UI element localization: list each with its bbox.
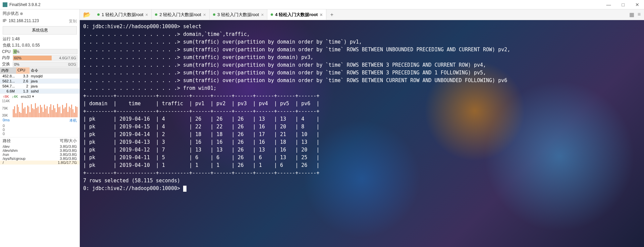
col-path[interactable]: 路径 [3,138,60,144]
maximize-button[interactable]: □ [620,1,627,8]
network-row: ↑8K ↓4K ens33▼ [0,94,79,99]
ip-row: IP 192.168.211.123 复制 [0,18,79,25]
cpu-pct: 6% [14,50,19,54]
process-row[interactable]: 452.8...3.3mysqld [0,74,79,79]
zero-1: 0 [0,128,79,132]
tabbar: 📂 1 轻松入门大数据root×2 轻松入门大数据root×3 轻松入门大数据r… [80,9,644,20]
process-row[interactable]: 6.6M1.3sshd [0,89,79,94]
mem-label: 内存 [2,55,11,61]
network-chart: 114K 79K 39K [2,99,77,117]
disk-row[interactable]: /1.8G/17.7G [0,161,79,165]
swap-detail: 0/2G [68,62,76,66]
close-icon[interactable]: × [320,12,322,17]
status-dot-icon [97,13,100,16]
net-up: 8K [5,95,9,99]
process-row[interactable]: 584.7...2java [0,84,79,89]
close-icon[interactable]: × [203,12,206,17]
net-interface: ens33 [21,95,31,99]
swap-meter: 交换 0%0/2G [0,61,79,67]
swap-pct: 0% [14,62,19,66]
zero-0: 0 [0,124,79,128]
system-info-button[interactable]: 系统信息 [3,26,77,35]
sync-status: 同步状态 [0,9,79,18]
menu-icon[interactable]: ≡ [638,11,641,18]
load: 负载 1.31, 0.83, 0.55 [0,42,79,49]
col-mem[interactable]: 内存 [0,67,16,74]
minimize-button[interactable]: — [604,1,613,8]
titlebar: FinalShell 3.9.8.2 — □ ✕ [0,0,644,9]
mem-pct: 60% [14,56,21,60]
window-title: FinalShell 3.9.8.2 [9,2,604,7]
status-dot-icon [213,13,215,16]
cursor [183,186,186,192]
sync-label: 同步状态 [3,11,19,16]
sidebar: 同步状态 IP 192.168.211.123 复制 系统信息 运行 1:48 … [0,9,80,247]
status-dot-icon [155,13,157,16]
latency: 0ms [3,118,10,123]
upload-icon: ↑8K [3,95,9,99]
tab-label: 4 轻松入门大数据root [275,12,318,18]
tab-2[interactable]: 2 轻松入门大数据root× [152,9,209,20]
chart-y0: 114K [2,99,10,103]
close-button[interactable]: ✕ [633,1,641,8]
ip-value: 192.168.211.123 [9,18,39,23]
interface-selector[interactable]: ens33▼ [21,95,35,99]
grid-view-icon[interactable]: ▦ [629,11,634,18]
local-label[interactable]: 本机 [69,118,77,123]
cpu-meter: CPU 6% [0,49,79,55]
disk-row[interactable]: /run3.8G/3.8G [0,152,79,157]
tab-3[interactable]: 3 轻松入门大数据root× [210,9,267,20]
close-icon[interactable]: × [261,12,264,17]
disk-header: 路径 可用/大小 [0,137,79,144]
copy-button[interactable]: 复制 [69,18,77,24]
content-area: 📂 1 轻松入门大数据root×2 轻松入门大数据root×3 轻松入门大数据r… [80,9,644,247]
latency-row: 0ms 本机 [0,117,79,124]
download-icon: ↓4K [12,95,18,99]
cpu-label: CPU [2,49,11,54]
sync-dot-icon [20,12,23,15]
col-avail[interactable]: 可用/大小 [60,138,77,144]
process-row[interactable]: 562.1...2.6java [0,79,79,84]
mem-meter: 内存 60%4.6G/7.6G [0,55,79,61]
net-dn: 4K [13,95,18,99]
swap-label: 交换 [2,61,11,67]
window-controls: — □ ✕ [604,1,641,8]
chevron-down-icon: ▼ [32,95,35,98]
folder-icon[interactable]: 📂 [80,11,94,18]
disk-row[interactable]: /sys/fs/cgroup3.8G/3.8G [0,157,79,161]
terminal[interactable]: 0: jdbc:hive2://hadoop000:10000> select … [80,20,644,247]
col-cmd[interactable]: 命令 [30,67,79,74]
ip-label: IP [3,18,6,23]
app-icon [3,2,7,7]
close-icon[interactable]: × [145,12,148,17]
zero-2: 0 [0,132,79,136]
disk-row[interactable]: /dev/shm3.8G/3.8G [0,148,79,152]
tab-4[interactable]: 4 轻松入门大数据root× [267,9,326,20]
uptime: 运行 1:48 [0,36,79,42]
new-tab-button[interactable]: + [326,12,337,18]
tab-label: 2 轻松入门大数据root [159,12,201,18]
tab-1[interactable]: 1 轻松入门大数据root× [94,9,152,20]
mem-detail: 4.6G/7.6G [59,56,76,60]
tab-label: 3 轻松入门大数据root [217,12,259,18]
chart-y1: 79K [2,107,10,110]
disk-row[interactable]: /dev3.8G/3.8G [0,144,79,148]
chart-y2: 39K [2,114,10,117]
tab-label: 1 轻松入门大数据root [102,12,143,18]
col-cpu[interactable]: CPU [16,67,30,74]
process-header: 内存 CPU 命令 [0,67,79,74]
status-dot-icon [271,13,273,16]
